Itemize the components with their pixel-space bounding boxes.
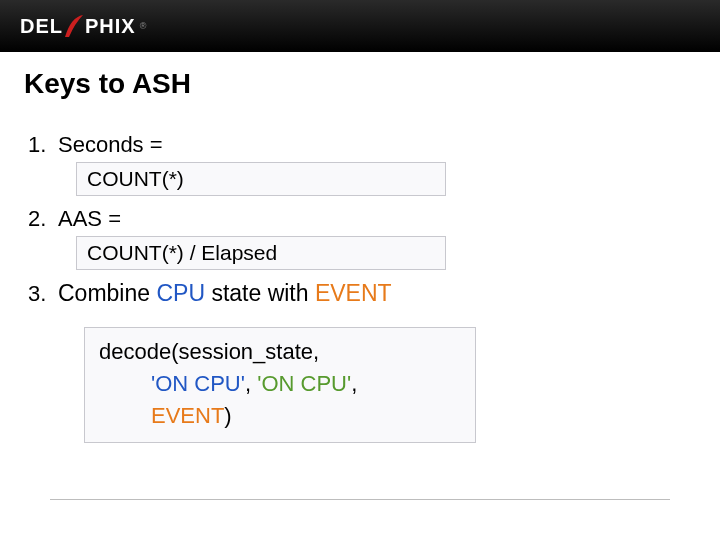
code-box-2: COUNT(*) / Elapsed (76, 236, 446, 270)
list-number: 3. (28, 281, 58, 307)
text-fragment: Combine (58, 280, 156, 306)
brand-logo: DEL PHIX ® (20, 13, 146, 39)
footer-divider (50, 499, 670, 500)
text-fragment: , (245, 371, 257, 396)
cpu-literal: 'ON CPU' (151, 371, 245, 396)
list-number: 2. (28, 206, 58, 232)
list-number: 1. (28, 132, 58, 158)
text-fragment: state with (205, 280, 315, 306)
event-keyword: EVENT (315, 280, 392, 306)
list-item-1: 1. Seconds = (28, 132, 720, 158)
event-keyword: EVENT (151, 403, 224, 428)
decode-code-box: decode(session_state, 'ON CPU', 'ON CPU'… (84, 327, 476, 443)
logo-text-prefix: DEL (20, 15, 63, 38)
text-fragment: , (351, 371, 357, 396)
list-label: Combine CPU state with EVENT (58, 280, 392, 307)
list-label: AAS = (58, 206, 121, 232)
logo-text-suffix: PHIX (85, 15, 136, 38)
list-item-2: 2. AAS = (28, 206, 720, 232)
text-fragment: ) (224, 403, 231, 428)
slide-content: 1. Seconds = COUNT(*) 2. AAS = COUNT(*) … (0, 110, 720, 443)
code-box-1: COUNT(*) (76, 162, 446, 196)
logo-swoosh-icon (63, 13, 85, 39)
code-line-3: EVENT) (99, 400, 461, 432)
slide-title: Keys to ASH (0, 52, 720, 110)
cpu-keyword: CPU (156, 280, 205, 306)
list-label: Seconds = (58, 132, 163, 158)
cpu-output: 'ON CPU' (257, 371, 351, 396)
code-line-2: 'ON CPU', 'ON CPU', (99, 368, 461, 400)
slide-header: DEL PHIX ® (0, 0, 720, 52)
list-item-3: 3. Combine CPU state with EVENT (28, 280, 720, 307)
code-line-1: decode(session_state, (99, 336, 461, 368)
registered-mark-icon: ® (140, 21, 147, 31)
